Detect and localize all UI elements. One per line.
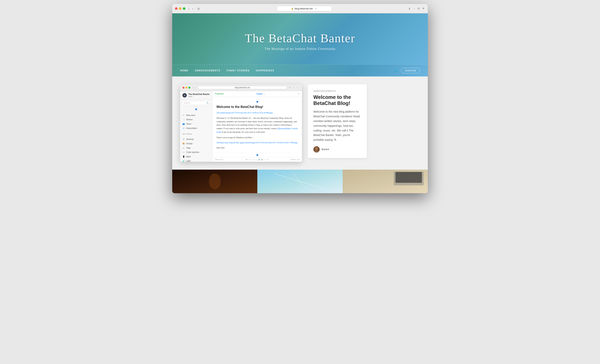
code-injection-icon: </> xyxy=(182,151,185,153)
editor-progress-dot xyxy=(256,101,258,103)
divider-icon[interactable]: — xyxy=(264,159,266,161)
sidebar-toggle-button[interactable]: ⊞ xyxy=(196,7,201,11)
download-button[interactable]: ⬇ xyxy=(408,7,411,11)
ghost-menu-general[interactable]: ⚙ General xyxy=(180,137,212,141)
new-tab-button[interactable]: + xyxy=(422,6,425,11)
subscribe-button[interactable]: Subscribe xyxy=(401,68,420,73)
heading-icon[interactable]: H xyxy=(250,159,251,161)
url-pill[interactable]: 🔒 blog.betachat.net ↺ xyxy=(277,6,332,11)
announcement-tag: ANNOUNCEMENTS xyxy=(313,90,361,92)
announcement-author: NOAH xyxy=(313,146,361,152)
image-icon[interactable]: 🖼 xyxy=(261,159,263,161)
nested-reload[interactable]: ↺ xyxy=(288,86,291,89)
back-button[interactable]: ‹ xyxy=(187,7,190,11)
nested-minimize[interactable] xyxy=(185,87,187,89)
ghost-post-title[interactable]: Welcome to the BetaChat Blog! xyxy=(216,104,298,110)
nested-browser-body: G The BetaChat Banter Noah Search 🔍 xyxy=(180,91,302,162)
ol-icon[interactable]: 1. xyxy=(256,159,257,161)
ghost-menu-subscribers[interactable]: 📧 Subscribers xyxy=(180,126,212,130)
ghost-menu-new-story[interactable]: ✏ New story xyxy=(180,113,212,117)
announcement-title: Welcome to the BetaChat Blog! xyxy=(313,94,361,106)
svg-point-3 xyxy=(209,174,221,189)
twitter-icon[interactable]: 🐦 xyxy=(394,69,398,73)
ghost-menu-tags[interactable]: 🏷 Tags xyxy=(180,146,212,150)
editor-bottom-progress-dot xyxy=(256,154,258,156)
view-site-link[interactable]: View site ↗ xyxy=(215,159,224,161)
italic-icon[interactable]: I xyxy=(248,159,249,161)
ghost-editor-icons: B I H " ≡ 1. 🔗 🖼 — <> xyxy=(246,159,269,161)
ghost-editor-bottom-dot xyxy=(213,153,302,157)
code-icon[interactable]: <> xyxy=(267,159,269,161)
browser-chrome: ‹ › ⊞ 🔒 blog.betachat.net ↺ ⬇ ↑ ⧉ + xyxy=(172,4,428,13)
blog-subtitle: The Musings of an Insane Online Communit… xyxy=(264,47,335,51)
blog-nav: HOME ANNOUNCEMENTS FUNNY STORIES HAPPENI… xyxy=(172,65,428,76)
labs-icon: 🧪 xyxy=(182,160,185,162)
list-icon[interactable]: ≡ xyxy=(253,159,254,161)
nav-happenings[interactable]: HAPPENINGS xyxy=(256,69,274,72)
close-editor-button[interactable]: ✕ xyxy=(298,93,300,95)
subscribers-label: Subscribers xyxy=(186,127,197,129)
ghost-menu-stories[interactable]: 📄 Stories xyxy=(180,117,212,122)
quote-icon[interactable]: " xyxy=(252,159,253,161)
ghost-sidebar: G The BetaChat Banter Noah Search 🔍 xyxy=(180,91,213,162)
nav-funny-stories[interactable]: FUNNY STORIES xyxy=(227,69,250,72)
nested-fullscreen[interactable] xyxy=(188,87,190,89)
nav-announcements[interactable]: ANNOUNCEMENTS xyxy=(195,69,220,72)
fullscreen-button[interactable] xyxy=(183,7,185,10)
ghost-menu-code-injection[interactable]: </> Code injection xyxy=(180,150,212,154)
lock-icon: 🔒 xyxy=(291,8,293,10)
tab-manager-button[interactable]: ⧉ xyxy=(417,6,420,11)
thumbnail-1[interactable] xyxy=(172,170,257,193)
blog-hero: The BetaChat Banter The Musings of an In… xyxy=(172,13,428,65)
thumbnail-2[interactable] xyxy=(257,170,342,193)
nested-more[interactable]: ⋯ xyxy=(296,86,300,89)
ghost-menu-labs[interactable]: 🧪 Labs xyxy=(180,159,212,162)
main-content: ‹ › blog.betachat.net ↺ ↑ ⋯ G The Bet xyxy=(172,76,428,170)
reload-button[interactable]: ↺ xyxy=(314,7,318,10)
forward-button[interactable]: › xyxy=(191,7,194,11)
ghost-editor-bottom: View site ↗ B I H " ≡ 1. 🔗 🖼 — xyxy=(213,157,302,162)
thumbnail-3[interactable] xyxy=(343,170,428,193)
tags-label: Tags xyxy=(186,147,190,149)
nested-forward[interactable]: › xyxy=(194,86,196,89)
nested-traffic-lights xyxy=(182,87,190,89)
minimize-button[interactable] xyxy=(179,7,181,10)
nav-home[interactable]: HOME xyxy=(180,69,188,72)
ghost-editor-content[interactable]: Welcome to the BetaChat Blog! ![](/conte… xyxy=(213,97,302,153)
nested-back[interactable]: ‹ xyxy=(192,86,194,89)
ghost-menu-team[interactable]: 👥 Team xyxy=(180,122,212,126)
close-button[interactable] xyxy=(175,7,178,10)
share-button[interactable]: ↑ xyxy=(413,7,415,11)
os-window: ‹ › ⊞ 🔒 blog.betachat.net ↺ ⬇ ↑ ⧉ + The … xyxy=(172,4,428,193)
traffic-lights xyxy=(175,7,185,10)
bold-icon[interactable]: B xyxy=(246,159,247,161)
nav-right: 🐦 Subscribe xyxy=(394,68,420,73)
ghost-site-user: Noah xyxy=(188,95,210,97)
nested-close[interactable] xyxy=(182,87,184,89)
nested-url-bar[interactable]: blog.betachat.net xyxy=(198,86,287,89)
nested-share[interactable]: ↑ xyxy=(293,86,295,89)
link-icon[interactable]: 🔗 xyxy=(258,159,260,161)
ghost-menu-design[interactable]: 🎨 Design xyxy=(180,141,212,146)
code-injection-label: Code injection xyxy=(186,151,199,153)
search-placeholder: Search xyxy=(184,102,190,104)
ghost-search-input[interactable]: Search 🔍 xyxy=(182,101,210,105)
ghost-settings-menu: ⚙ General 🎨 Design 🏷 Tags xyxy=(180,136,212,162)
ghost-menu-apps[interactable]: 📱 Apps xyxy=(180,154,212,159)
url-text: blog.betachat.net xyxy=(295,7,313,10)
ghost-center-dot xyxy=(180,107,212,112)
announcement-body: Welcome to the new blog platform for Bet… xyxy=(313,110,361,142)
update-button[interactable]: Update → xyxy=(256,93,265,95)
ghost-settings-label: SETTINGS xyxy=(180,131,212,136)
ghost-site-info: The BetaChat Banter Noah xyxy=(188,93,210,97)
author-name: NOAH xyxy=(322,148,329,150)
ghost-sidebar-header: G The BetaChat Banter Noah xyxy=(180,91,212,99)
svg-point-1 xyxy=(314,150,319,152)
hotnoah-link[interactable]: [@hotnoah] xyxy=(277,128,286,130)
ghost-post-end: Have fun! xyxy=(216,146,298,149)
apps-icon: 📱 xyxy=(182,156,185,158)
browser-actions: ⬇ ↑ ⧉ + xyxy=(408,6,425,11)
stories-icon: 📄 xyxy=(182,119,185,121)
ghost-logo: G xyxy=(182,93,187,97)
new-story-icon: ✏ xyxy=(182,114,185,116)
